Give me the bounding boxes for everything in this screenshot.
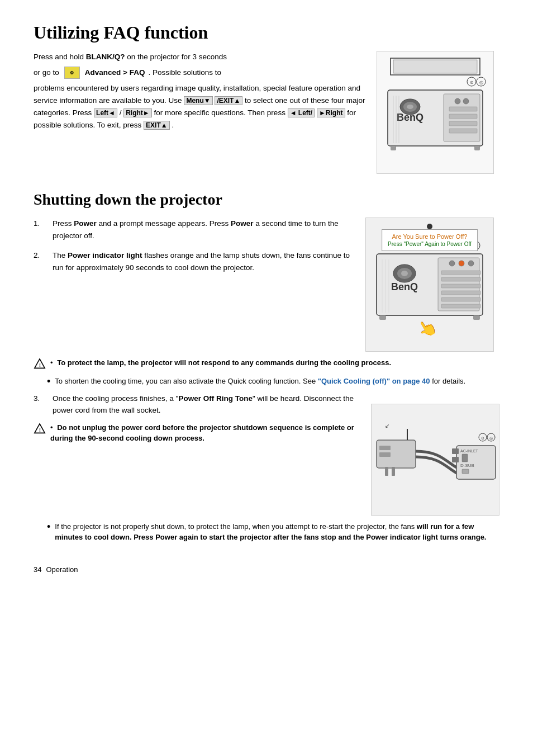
- faq-projector-image: ⊙ ◎ BenQ: [377, 51, 499, 174]
- svg-text:◎: ◎: [489, 436, 493, 440]
- faq-para3: problems encountered by users regarding …: [34, 82, 365, 132]
- shutdown-body: 1. Press Power and a prompt message appe…: [34, 218, 499, 352]
- dialog-title: Are You Sure to Power Off?: [388, 233, 472, 240]
- power-dot: [427, 224, 432, 229]
- faq-para3c: for more specific questions. Then press: [154, 108, 288, 117]
- svg-point-11: [407, 105, 413, 109]
- svg-rect-16: [449, 121, 477, 126]
- svg-point-12: [455, 98, 460, 104]
- svg-rect-38: [441, 284, 480, 288]
- warning-1: ! • To protect the lamp, the projector w…: [34, 357, 499, 370]
- power-indicator-bold: Power indicator light: [68, 251, 142, 259]
- faq-press-text2: on the projector for 3 seconds: [125, 53, 227, 61]
- warning-1-bullet: •: [50, 358, 53, 367]
- svg-rect-42: [379, 315, 386, 320]
- projector-shutdown-svg: ⊙ ◎ BenQ: [371, 240, 488, 352]
- shutdown-projector-diagram: Are You Sure to Power Off? Press "Power"…: [365, 218, 494, 352]
- svg-rect-1: [393, 60, 477, 73]
- warning-icon-2: !: [34, 423, 46, 435]
- step-2-text: The Power indicator light flashes orange…: [53, 249, 354, 273]
- svg-text:⊙: ⊙: [470, 80, 474, 85]
- step-1-num: 1.: [34, 218, 47, 242]
- bullet-2: • If the projector is not properly shut …: [47, 521, 499, 543]
- step-3-before: Once the cooling process finishes, a ": [53, 394, 178, 403]
- shutdown-title: Shutting down the projector: [34, 191, 499, 209]
- svg-rect-18: [391, 146, 396, 150]
- left2-key: ◄ Left/: [288, 108, 315, 117]
- dialog-body: Press "Power" Again to Power Off: [388, 241, 472, 247]
- bullet-2-dot: •: [47, 522, 50, 532]
- svg-rect-68: [452, 457, 459, 462]
- bullet-1-dot: •: [47, 376, 50, 386]
- step-2: 2. The Power indicator light flashes ora…: [34, 249, 354, 273]
- exit2-key: EXIT▲: [144, 121, 170, 130]
- svg-text:👆: 👆: [414, 315, 440, 341]
- svg-rect-67: [452, 448, 459, 454]
- svg-text:◎: ◎: [479, 80, 483, 85]
- cord-diagram: ↙ D-SUB AC-INLET ⊙ ◎: [371, 404, 499, 516]
- svg-rect-39: [441, 291, 480, 295]
- faq-menu-icon: ⚙: [64, 67, 80, 79]
- left-key: Left◄: [94, 108, 117, 117]
- power-off-ring: Power Off Ring Tone: [178, 394, 253, 403]
- warning-2-bullet: •: [50, 423, 53, 432]
- warning-2: ! • Do not unplug the power cord before …: [34, 422, 360, 444]
- svg-rect-55: [385, 467, 388, 476]
- bullet-1: • To shorten the cooling time, you can a…: [47, 376, 499, 387]
- bullet-1-after: for details.: [432, 377, 465, 385]
- svg-rect-54: [379, 452, 391, 457]
- faq-or-go: or go to: [34, 67, 59, 79]
- warning-2-content: • Do not unplug the power cord before th…: [50, 422, 360, 444]
- svg-point-33: [449, 261, 455, 266]
- faq-projector-diagram: ⊙ ◎ BenQ: [377, 51, 494, 174]
- power-bold-2: Power: [231, 219, 254, 228]
- warning-1-text: • To protect the lamp, the projector wil…: [50, 357, 391, 368]
- step-3-text: Once the cooling process finishes, a "Po…: [53, 393, 360, 417]
- menu-key: Menu▼: [184, 96, 212, 105]
- svg-rect-41: [441, 304, 480, 308]
- bullet-2-bold: will run for a few minutes to cool down.…: [55, 522, 486, 542]
- svg-rect-53: [379, 446, 391, 450]
- page-footer: 34 Operation: [34, 565, 499, 574]
- svg-rect-43: [473, 315, 480, 320]
- faq-text-block: Press and hold BLANK/Q? on the projector…: [34, 51, 365, 174]
- shutdown-projector-image: Are You Sure to Power Off? Press "Power"…: [365, 218, 499, 352]
- faq-period: .: [172, 121, 174, 129]
- bullet-1-text: To shorten the cooling time, you can als…: [55, 376, 465, 387]
- svg-point-13: [463, 98, 469, 104]
- shutdown-section: Shutting down the projector 1. Press Pow…: [34, 191, 499, 543]
- step3-row: 3. Once the cooling process finishes, a …: [34, 393, 499, 516]
- svg-point-32: [401, 271, 408, 276]
- quick-cooling-link[interactable]: "Quick Cooling (off)" on page 40: [318, 377, 430, 385]
- svg-text:⊙: ⊙: [481, 436, 484, 440]
- warning-icon-1: !: [34, 358, 46, 370]
- faq-para2b: . Possible solutions to: [148, 67, 221, 79]
- cord-svg: ↙ D-SUB AC-INLET ⊙ ◎: [374, 407, 497, 513]
- projector-faq-svg: ⊙ ◎ BenQ: [379, 54, 491, 171]
- faq-para2: or go to ⚙ Advanced > FAQ. Possible solu…: [34, 67, 365, 79]
- bullet-1-before: To shorten the cooling time, you can als…: [55, 377, 317, 385]
- warning-2-text: Do not unplug the power cord before the …: [50, 423, 354, 443]
- bullet-2-content: If the projector is not properly shut do…: [55, 522, 486, 542]
- power-bold-1: Power: [74, 219, 97, 228]
- svg-text:!: !: [39, 427, 41, 432]
- step3-text-area: 3. Once the cooling process finishes, a …: [34, 393, 360, 450]
- faq-advanced-faq: Advanced > FAQ: [85, 67, 145, 79]
- bullet-2-text: If the projector is not properly shut do…: [55, 521, 499, 543]
- faq-press-text: Press and hold: [34, 53, 86, 61]
- step-2-num: 2.: [34, 249, 47, 273]
- svg-rect-37: [441, 277, 480, 281]
- blank-q-key: BLANK/Q?: [86, 53, 125, 61]
- right2-key: ►Right: [317, 108, 345, 117]
- faq-title: Utilizing FAQ function: [34, 22, 499, 43]
- step-3: 3. Once the cooling process finishes, a …: [34, 393, 360, 417]
- right-key: Right►: [123, 108, 152, 117]
- step-1: 1. Press Power and a prompt message appe…: [34, 218, 354, 242]
- power-off-dialog: Are You Sure to Power Off? Press "Power"…: [382, 229, 478, 251]
- svg-text:D-SUB: D-SUB: [460, 463, 474, 468]
- svg-rect-56: [392, 467, 395, 476]
- svg-point-34: [459, 261, 464, 266]
- svg-text:BenQ: BenQ: [391, 281, 418, 292]
- svg-rect-19: [474, 146, 480, 150]
- cord-image-area: ↙ D-SUB AC-INLET ⊙ ◎: [371, 393, 499, 516]
